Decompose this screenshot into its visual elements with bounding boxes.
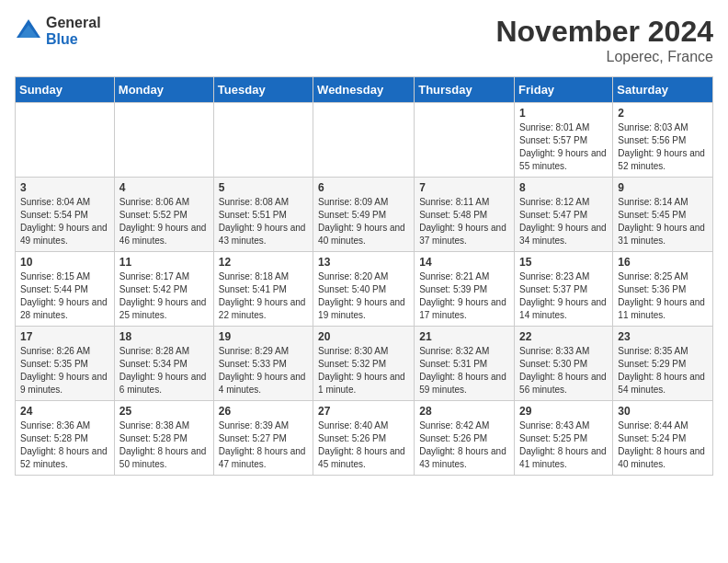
day-info: Sunrise: 8:32 AM Sunset: 5:31 PM Dayligh… xyxy=(419,345,509,396)
calendar-cell xyxy=(313,103,415,178)
day-info: Sunrise: 8:08 AM Sunset: 5:51 PM Dayligh… xyxy=(219,196,308,247)
day-info: Sunrise: 8:39 AM Sunset: 5:27 PM Dayligh… xyxy=(219,419,308,471)
calendar-cell: 23Sunrise: 8:35 AM Sunset: 5:29 PM Dayli… xyxy=(613,327,713,401)
day-info: Sunrise: 8:26 AM Sunset: 5:35 PM Dayligh… xyxy=(20,345,109,396)
calendar-cell: 16Sunrise: 8:25 AM Sunset: 5:36 PM Dayli… xyxy=(613,252,713,327)
logo-icon xyxy=(15,17,42,45)
location: Loperec, France xyxy=(495,49,713,65)
day-number: 17 xyxy=(20,330,109,343)
header-wednesday: Wednesday xyxy=(313,77,415,103)
day-number: 29 xyxy=(519,405,608,418)
day-info: Sunrise: 8:18 AM Sunset: 5:41 PM Dayligh… xyxy=(219,270,308,322)
calendar-cell: 20Sunrise: 8:30 AM Sunset: 5:32 PM Dayli… xyxy=(313,327,415,401)
calendar-cell: 3Sunrise: 8:04 AM Sunset: 5:54 PM Daylig… xyxy=(16,178,115,252)
calendar-cell: 12Sunrise: 8:18 AM Sunset: 5:41 PM Dayli… xyxy=(213,252,313,327)
calendar-cell: 19Sunrise: 8:29 AM Sunset: 5:33 PM Dayli… xyxy=(213,327,313,401)
day-info: Sunrise: 8:15 AM Sunset: 5:44 PM Dayligh… xyxy=(20,270,109,322)
calendar-cell: 17Sunrise: 8:26 AM Sunset: 5:35 PM Dayli… xyxy=(16,327,115,401)
day-info: Sunrise: 8:44 AM Sunset: 5:24 PM Dayligh… xyxy=(618,419,708,471)
week-row-1: 1Sunrise: 8:01 AM Sunset: 5:57 PM Daylig… xyxy=(16,103,713,178)
day-number: 6 xyxy=(318,181,409,194)
day-number: 8 xyxy=(519,181,608,194)
calendar-cell: 27Sunrise: 8:40 AM Sunset: 5:26 PM Dayli… xyxy=(313,401,415,476)
logo-general: General xyxy=(46,15,101,31)
day-number: 11 xyxy=(119,256,209,269)
day-number: 30 xyxy=(618,405,708,418)
day-info: Sunrise: 8:42 AM Sunset: 5:26 PM Dayligh… xyxy=(419,419,509,471)
calendar-cell: 11Sunrise: 8:17 AM Sunset: 5:42 PM Dayli… xyxy=(114,252,213,327)
day-number: 24 xyxy=(20,405,109,418)
day-number: 13 xyxy=(318,256,409,269)
day-number: 20 xyxy=(318,330,409,343)
day-info: Sunrise: 8:35 AM Sunset: 5:29 PM Dayligh… xyxy=(618,345,708,396)
calendar-cell: 5Sunrise: 8:08 AM Sunset: 5:51 PM Daylig… xyxy=(213,178,313,252)
day-number: 28 xyxy=(419,405,509,418)
day-info: Sunrise: 8:28 AM Sunset: 5:34 PM Dayligh… xyxy=(119,345,209,396)
day-info: Sunrise: 8:43 AM Sunset: 5:25 PM Dayligh… xyxy=(519,419,608,471)
day-info: Sunrise: 8:40 AM Sunset: 5:26 PM Dayligh… xyxy=(318,419,409,471)
day-info: Sunrise: 8:33 AM Sunset: 5:30 PM Dayligh… xyxy=(519,345,608,396)
header-monday: Monday xyxy=(114,77,213,103)
day-info: Sunrise: 8:20 AM Sunset: 5:40 PM Dayligh… xyxy=(318,270,409,322)
day-number: 18 xyxy=(119,330,209,343)
day-number: 23 xyxy=(618,330,708,343)
calendar-cell: 24Sunrise: 8:36 AM Sunset: 5:28 PM Dayli… xyxy=(16,401,115,476)
day-number: 16 xyxy=(618,256,708,269)
day-number: 21 xyxy=(419,330,509,343)
logo-blue: Blue xyxy=(46,31,101,48)
day-info: Sunrise: 8:30 AM Sunset: 5:32 PM Dayligh… xyxy=(318,345,409,396)
title-block: November 2024 Loperec, France xyxy=(495,15,713,65)
day-info: Sunrise: 8:17 AM Sunset: 5:42 PM Dayligh… xyxy=(119,270,209,322)
day-info: Sunrise: 8:36 AM Sunset: 5:28 PM Dayligh… xyxy=(20,419,109,471)
calendar-cell: 8Sunrise: 8:12 AM Sunset: 5:47 PM Daylig… xyxy=(515,178,613,252)
calendar-cell: 15Sunrise: 8:23 AM Sunset: 5:37 PM Dayli… xyxy=(515,252,613,327)
day-info: Sunrise: 8:03 AM Sunset: 5:56 PM Dayligh… xyxy=(618,121,708,173)
header-saturday: Saturday xyxy=(613,77,713,103)
header-thursday: Thursday xyxy=(415,77,515,103)
day-info: Sunrise: 8:01 AM Sunset: 5:57 PM Dayligh… xyxy=(519,121,608,173)
calendar-cell: 22Sunrise: 8:33 AM Sunset: 5:30 PM Dayli… xyxy=(515,327,613,401)
calendar-cell: 25Sunrise: 8:38 AM Sunset: 5:28 PM Dayli… xyxy=(114,401,213,476)
day-number: 22 xyxy=(519,330,608,343)
calendar-cell: 9Sunrise: 8:14 AM Sunset: 5:45 PM Daylig… xyxy=(613,178,713,252)
day-number: 3 xyxy=(20,181,109,194)
day-number: 10 xyxy=(20,256,109,269)
calendar-cell: 10Sunrise: 8:15 AM Sunset: 5:44 PM Dayli… xyxy=(16,252,115,327)
day-number: 27 xyxy=(318,405,409,418)
calendar-cell: 21Sunrise: 8:32 AM Sunset: 5:31 PM Dayli… xyxy=(415,327,515,401)
calendar-cell: 7Sunrise: 8:11 AM Sunset: 5:48 PM Daylig… xyxy=(415,178,515,252)
page-header: General Blue November 2024 Loperec, Fran… xyxy=(15,15,713,65)
day-number: 12 xyxy=(219,256,308,269)
day-number: 7 xyxy=(419,181,509,194)
day-number: 15 xyxy=(519,256,608,269)
calendar-cell xyxy=(16,103,115,178)
calendar-cell: 26Sunrise: 8:39 AM Sunset: 5:27 PM Dayli… xyxy=(213,401,313,476)
day-number: 9 xyxy=(618,181,708,194)
day-number: 14 xyxy=(419,256,509,269)
calendar-header-row: SundayMondayTuesdayWednesdayThursdayFrid… xyxy=(16,77,713,103)
calendar-cell: 28Sunrise: 8:42 AM Sunset: 5:26 PM Dayli… xyxy=(415,401,515,476)
day-info: Sunrise: 8:04 AM Sunset: 5:54 PM Dayligh… xyxy=(20,196,109,247)
day-info: Sunrise: 8:29 AM Sunset: 5:33 PM Dayligh… xyxy=(219,345,308,396)
calendar-cell: 29Sunrise: 8:43 AM Sunset: 5:25 PM Dayli… xyxy=(515,401,613,476)
day-info: Sunrise: 8:25 AM Sunset: 5:36 PM Dayligh… xyxy=(618,270,708,322)
day-info: Sunrise: 8:09 AM Sunset: 5:49 PM Dayligh… xyxy=(318,196,409,247)
week-row-5: 24Sunrise: 8:36 AM Sunset: 5:28 PM Dayli… xyxy=(16,401,713,476)
week-row-3: 10Sunrise: 8:15 AM Sunset: 5:44 PM Dayli… xyxy=(16,252,713,327)
calendar-cell: 6Sunrise: 8:09 AM Sunset: 5:49 PM Daylig… xyxy=(313,178,415,252)
day-number: 26 xyxy=(219,405,308,418)
header-tuesday: Tuesday xyxy=(213,77,313,103)
header-sunday: Sunday xyxy=(16,77,115,103)
day-number: 5 xyxy=(219,181,308,194)
month-title: November 2024 xyxy=(495,15,713,49)
calendar-cell: 30Sunrise: 8:44 AM Sunset: 5:24 PM Dayli… xyxy=(613,401,713,476)
day-info: Sunrise: 8:21 AM Sunset: 5:39 PM Dayligh… xyxy=(419,270,509,322)
day-info: Sunrise: 8:12 AM Sunset: 5:47 PM Dayligh… xyxy=(519,196,608,247)
day-number: 25 xyxy=(119,405,209,418)
calendar: SundayMondayTuesdayWednesdayThursdayFrid… xyxy=(15,76,713,476)
week-row-2: 3Sunrise: 8:04 AM Sunset: 5:54 PM Daylig… xyxy=(16,178,713,252)
calendar-cell: 14Sunrise: 8:21 AM Sunset: 5:39 PM Dayli… xyxy=(415,252,515,327)
calendar-cell: 13Sunrise: 8:20 AM Sunset: 5:40 PM Dayli… xyxy=(313,252,415,327)
calendar-cell: 4Sunrise: 8:06 AM Sunset: 5:52 PM Daylig… xyxy=(114,178,213,252)
logo: General Blue xyxy=(15,15,101,47)
